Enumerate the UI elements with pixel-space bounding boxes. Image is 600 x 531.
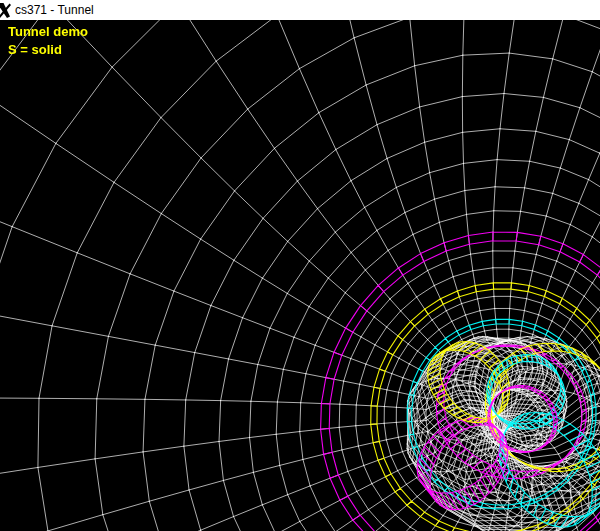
- x11-logo-icon: [0, 3, 11, 18]
- window-title: cs371 - Tunnel: [15, 0, 94, 20]
- tunnel-canvas[interactable]: [0, 20, 600, 531]
- window-titlebar[interactable]: cs371 - Tunnel: [0, 0, 600, 20]
- gl-viewport: Tunnel demo S = solid: [0, 20, 600, 531]
- app-window: cs371 - Tunnel Tunnel demo S = solid: [0, 0, 600, 531]
